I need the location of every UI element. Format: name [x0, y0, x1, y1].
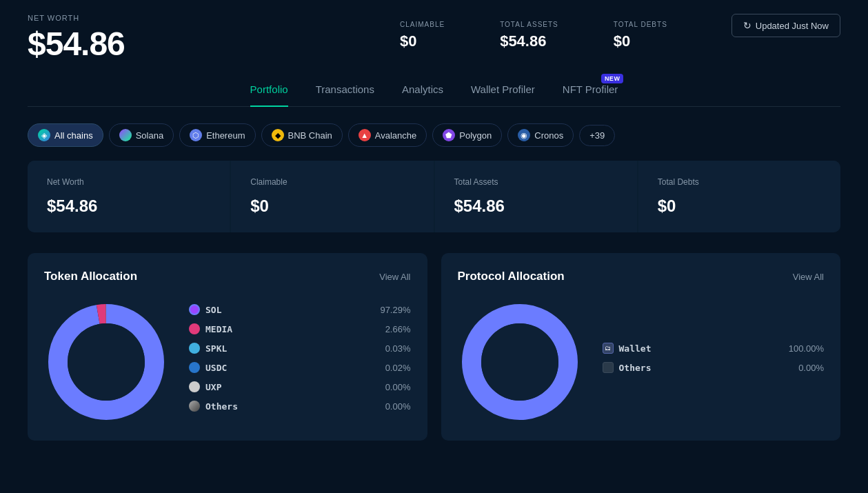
- usdc-name: USDC: [205, 363, 380, 373]
- bnb-icon: ◆: [272, 129, 284, 141]
- header: ↻ Updated Just Now NET WORTH $54.86 CLAI…: [0, 0, 868, 70]
- chain-polygon[interactable]: ⬟ Polygon: [432, 123, 502, 147]
- refresh-label: Updated Just Now: [756, 21, 829, 31]
- token-allocation-header: Token Allocation View All: [44, 270, 411, 283]
- sol-legend-dot: [189, 304, 200, 315]
- others-token-legend-dot: [189, 401, 200, 412]
- card-total-assets-label: Total Assets: [454, 177, 618, 187]
- card-total-debts-value: $0: [658, 197, 821, 216]
- tab-analytics[interactable]: Analytics: [402, 83, 443, 106]
- chain-cronos[interactable]: ◉ Cronos: [507, 123, 574, 147]
- usdc-pct: 0.02%: [385, 363, 411, 373]
- total-assets-value: $54.86: [500, 32, 558, 50]
- token-donut-chart: [44, 300, 168, 424]
- chain-all[interactable]: ◈ All chains: [28, 123, 103, 147]
- chain-avalanche[interactable]: ▲ Avalanche: [348, 123, 427, 147]
- claimable-label: CLAIMABLE: [400, 21, 445, 28]
- total-assets-label: TOTAL ASSETS: [500, 21, 558, 28]
- chain-solana[interactable]: Solana: [109, 123, 174, 147]
- others-token-name: Others: [205, 401, 380, 412]
- chain-solana-label: Solana: [136, 130, 163, 141]
- legend-item-usdc: USDC 0.02%: [189, 362, 411, 373]
- chain-avalanche-label: Avalanche: [375, 130, 416, 141]
- token-allocation-content: SOL 97.29% MEDIA 2.66% SPKL 0.03% USDC 0…: [44, 300, 411, 424]
- svg-point-4: [68, 323, 145, 401]
- chain-polygon-label: Polygon: [459, 130, 492, 141]
- matic-icon: ⬟: [443, 129, 455, 141]
- chains-row: ◈ All chains Solana ⬡ Ethereum ◆ BNB Cha…: [0, 107, 868, 161]
- total-assets-stat: TOTAL ASSETS $54.86: [500, 21, 558, 50]
- tab-wallet-profiler[interactable]: Wallet Profiler: [471, 83, 535, 106]
- svg-point-6: [481, 323, 558, 401]
- tab-portfolio[interactable]: Portfolio: [250, 83, 288, 106]
- others-protocol-pct: 0.00%: [798, 363, 824, 373]
- chain-all-label: All chains: [54, 130, 93, 141]
- protocol-legend: 🗂 Wallet 100.00% Others 0.00%: [603, 343, 825, 381]
- protocol-allocation-card: Protocol Allocation View All 🗂 Wallet 10…: [441, 253, 841, 441]
- media-pct: 2.66%: [385, 324, 411, 334]
- uxp-name: UXP: [205, 382, 380, 392]
- token-view-all-button[interactable]: View All: [379, 272, 410, 282]
- token-allocation-card: Token Allocation View All: [28, 253, 427, 441]
- cro-icon: ◉: [518, 129, 530, 141]
- media-name: MEDIA: [205, 324, 380, 334]
- claimable-value: $0: [400, 32, 445, 50]
- chain-more-button[interactable]: +39: [579, 125, 615, 146]
- card-net-worth-label: Net Worth: [47, 177, 210, 187]
- usdc-legend-dot: [189, 362, 200, 373]
- sol-name: SOL: [205, 305, 374, 315]
- others-protocol-legend-dot: [603, 362, 614, 373]
- card-claimable-value: $0: [250, 197, 414, 216]
- refresh-icon: ↻: [743, 20, 751, 31]
- legend-item-wallet: 🗂 Wallet 100.00%: [603, 343, 825, 354]
- wallet-name: Wallet: [619, 343, 783, 354]
- legend-item-spkl: SPKL 0.03%: [189, 343, 411, 354]
- legend-item-others-protocol: Others 0.00%: [603, 362, 825, 373]
- claimable-stat: CLAIMABLE $0: [400, 21, 445, 50]
- chain-ethereum-label: Ethereum: [206, 130, 245, 141]
- total-debts-value: $0: [614, 32, 667, 50]
- tab-nft-profiler[interactable]: NFT Profiler NEW: [563, 83, 618, 106]
- top-stats: CLAIMABLE $0 TOTAL ASSETS $54.86 TOTAL D…: [400, 21, 667, 50]
- eth-icon: ⬡: [190, 129, 202, 141]
- others-protocol-name: Others: [619, 363, 794, 373]
- card-claimable: Claimable $0: [231, 161, 433, 232]
- legend-item-uxp: UXP 0.00%: [189, 381, 411, 392]
- protocol-view-all-button[interactable]: View All: [793, 272, 824, 282]
- legend-item-sol: SOL 97.29%: [189, 304, 411, 315]
- legend-item-others-token: Others 0.00%: [189, 401, 411, 412]
- protocol-allocation-header: Protocol Allocation View All: [458, 270, 825, 283]
- card-net-worth: Net Worth $54.86: [28, 161, 230, 232]
- protocol-donut-chart: [458, 300, 582, 424]
- media-legend-dot: [189, 323, 200, 334]
- protocol-donut-svg: [458, 300, 582, 424]
- total-debts-stat: TOTAL DEBTS $0: [614, 21, 667, 50]
- token-allocation-title: Token Allocation: [44, 270, 137, 283]
- wallet-legend-dot: 🗂: [603, 343, 614, 354]
- refresh-button[interactable]: ↻ Updated Just Now: [731, 14, 840, 37]
- chain-ethereum[interactable]: ⬡ Ethereum: [179, 123, 255, 147]
- spkl-legend-dot: [189, 343, 200, 354]
- tab-transactions[interactable]: Transactions: [316, 83, 374, 106]
- card-total-assets-value: $54.86: [454, 197, 618, 216]
- avax-icon: ▲: [359, 129, 371, 141]
- card-claimable-label: Claimable: [250, 177, 414, 187]
- chain-bnb[interactable]: ◆ BNB Chain: [261, 123, 343, 147]
- token-legend: SOL 97.29% MEDIA 2.66% SPKL 0.03% USDC 0…: [189, 304, 411, 420]
- others-token-pct: 0.00%: [385, 401, 411, 412]
- uxp-legend-dot: [189, 381, 200, 392]
- stats-cards: Net Worth $54.86 Claimable $0 Total Asse…: [28, 161, 840, 232]
- spkl-name: SPKL: [205, 343, 380, 354]
- tabs-container: Portfolio Transactions Analytics Wallet …: [28, 70, 840, 107]
- wallet-pct: 100.00%: [789, 343, 824, 354]
- token-donut-svg: [44, 300, 168, 424]
- sol-icon: [119, 129, 132, 141]
- card-total-debts: Total Debts $0: [638, 161, 840, 232]
- new-badge: NEW: [601, 74, 624, 83]
- sol-pct: 97.29%: [380, 305, 410, 315]
- protocol-allocation-content: 🗂 Wallet 100.00% Others 0.00%: [458, 300, 825, 424]
- card-total-assets: Total Assets $54.86: [435, 161, 637, 232]
- uxp-pct: 0.00%: [385, 382, 411, 392]
- card-net-worth-value: $54.86: [47, 197, 210, 216]
- protocol-allocation-title: Protocol Allocation: [458, 270, 565, 283]
